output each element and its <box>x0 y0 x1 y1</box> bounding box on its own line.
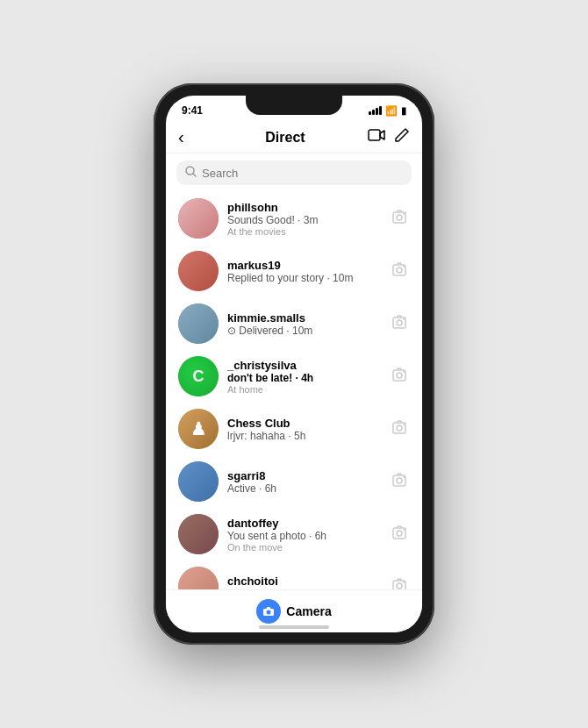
back-button[interactable]: ‹ <box>178 127 203 147</box>
svg-point-19 <box>397 478 402 483</box>
message-username: kimmie.smalls <box>227 311 384 325</box>
svg-point-28 <box>267 610 271 615</box>
svg-point-11 <box>403 318 405 320</box>
message-content: Chess Club lrjvr: hahaha · 5h <box>227 417 384 442</box>
svg-point-26 <box>403 582 405 583</box>
nav-header: ‹ Direct <box>166 122 422 153</box>
page-title: Direct <box>265 130 305 146</box>
message-item[interactable]: C _christysilva don't be late! · 4h At h… <box>166 350 422 403</box>
header-actions <box>368 127 410 147</box>
camera-icon <box>256 599 281 624</box>
status-icons: 📶 ▮ <box>369 105 406 117</box>
message-item[interactable]: phillsohn Sounds Good! · 3m At the movie… <box>166 192 422 245</box>
svg-point-22 <box>397 531 402 536</box>
message-username: _christysilva <box>227 359 384 372</box>
message-preview: ⊙ Delivered · 10m <box>227 325 384 337</box>
message-preview: Active · 6h <box>227 482 384 495</box>
svg-point-7 <box>397 268 402 273</box>
avatar: ♟ <box>178 409 219 449</box>
message-content: phillsohn Sounds Good! · 3m At the movie… <box>227 201 384 237</box>
home-indicator <box>259 625 329 629</box>
avatar <box>178 514 219 554</box>
svg-point-16 <box>397 425 402 431</box>
status-time: 9:41 <box>182 104 203 117</box>
message-preview: don't be late! · 4h <box>227 372 384 384</box>
message-item[interactable]: dantoffey You sent a photo · 6h On the m… <box>166 508 422 560</box>
message-username: markus19 <box>227 259 384 272</box>
message-content: _christysilva don't be late! · 4h At hom… <box>227 359 384 395</box>
avatar <box>178 198 219 239</box>
search-bar <box>176 161 412 185</box>
svg-point-13 <box>397 373 402 378</box>
message-camera-icon[interactable] <box>392 314 410 334</box>
message-sub: At home <box>227 384 384 395</box>
svg-point-23 <box>403 529 405 531</box>
message-content: markus19 Replied to your story · 10m <box>227 259 384 284</box>
video-icon[interactable] <box>368 128 385 146</box>
message-sub: At the movies <box>227 226 384 237</box>
svg-point-8 <box>403 266 405 268</box>
message-camera-icon[interactable] <box>392 261 410 282</box>
message-item[interactable]: ♟ Chess Club lrjvr: hahaha · 5h <box>166 403 422 455</box>
message-username: Chess Club <box>227 417 384 430</box>
message-camera-icon[interactable] <box>392 209 410 229</box>
camera-label: Camera <box>286 604 331 618</box>
svg-point-25 <box>397 583 402 589</box>
message-camera-icon[interactable] <box>392 472 410 492</box>
avatar <box>178 461 219 502</box>
svg-point-5 <box>403 213 405 215</box>
message-content: kimmie.smalls ⊙ Delivered · 10m <box>227 311 384 337</box>
message-item[interactable]: sgarri8 Active · 6h <box>166 455 422 508</box>
message-preview: You sent a photo · 6h <box>227 530 384 542</box>
search-input[interactable] <box>202 167 403 180</box>
svg-point-17 <box>403 424 405 425</box>
message-username: sgarri8 <box>227 469 384 482</box>
signal-icon <box>369 106 382 115</box>
svg-line-2 <box>193 174 196 176</box>
message-sub: On the move <box>227 542 384 553</box>
svg-point-20 <box>403 476 405 478</box>
svg-point-10 <box>397 320 402 325</box>
message-preview: Replied to your story · 10m <box>227 272 384 284</box>
message-content: sgarri8 Active · 6h <box>227 469 384 495</box>
message-item[interactable]: markus19 Replied to your story · 10m <box>166 245 422 297</box>
message-username: phillsohn <box>227 201 384 214</box>
avatar <box>178 303 219 344</box>
message-camera-icon[interactable] <box>392 419 410 439</box>
svg-point-14 <box>403 371 405 373</box>
message-content: dantoffey You sent a photo · 6h On the m… <box>227 517 384 553</box>
svg-rect-0 <box>369 130 380 140</box>
message-username: chchoitoi <box>227 575 384 588</box>
message-preview: Sounds Good! · 3m <box>227 214 384 226</box>
message-preview: lrjvr: hahaha · 5h <box>227 430 384 442</box>
avatar: C <box>178 356 219 396</box>
svg-point-4 <box>397 215 402 220</box>
battery-icon: ▮ <box>401 105 406 117</box>
search-icon <box>185 166 197 180</box>
message-username: dantoffey <box>227 517 384 530</box>
message-item[interactable]: kimmie.smalls ⊙ Delivered · 10m <box>166 297 422 350</box>
avatar <box>178 251 219 291</box>
camera-button[interactable]: Camera <box>256 599 331 624</box>
compose-icon[interactable] <box>394 127 410 147</box>
message-camera-icon[interactable] <box>392 367 410 387</box>
wifi-icon: 📶 <box>385 105 398 117</box>
message-camera-icon[interactable] <box>392 525 410 545</box>
message-list: phillsohn Sounds Good! · 3m At the movie… <box>166 192 422 632</box>
